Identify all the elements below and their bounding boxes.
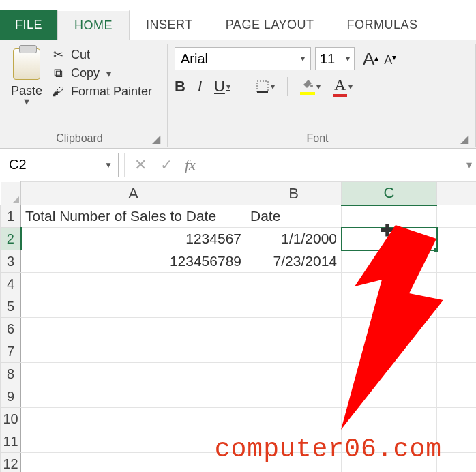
paste-button[interactable]: Paste ▾ [7, 46, 46, 105]
svg-point-2 [310, 85, 313, 87]
cell[interactable] [342, 340, 437, 363]
tab-formulas[interactable]: FORMULAS [331, 10, 434, 40]
cell[interactable] [21, 363, 246, 385]
font-group-label: Font ◢ [175, 130, 468, 145]
italic-button[interactable]: I [198, 78, 202, 95]
cell[interactable] [437, 340, 477, 363]
row-header-10[interactable]: 10 [1, 408, 21, 430]
cell[interactable] [437, 363, 477, 385]
chevron-down-icon: ▾ [346, 54, 350, 63]
cell-a1[interactable]: Total Number of Sales to Date [21, 205, 246, 228]
cell[interactable] [246, 408, 342, 430]
clipboard-dialog-launcher-icon[interactable]: ◢ [152, 132, 160, 145]
cell[interactable] [342, 385, 437, 408]
cancel-formula-button[interactable]: ✕ [128, 156, 153, 174]
cell[interactable] [246, 385, 342, 408]
increase-font-button[interactable]: A▴ [363, 48, 378, 70]
enter-formula-button[interactable]: ✓ [153, 156, 179, 174]
row-header-12[interactable]: 12 [1, 453, 21, 473]
select-all-button[interactable] [1, 182, 21, 205]
row-header-4[interactable]: 4 [1, 273, 21, 295]
cell-c2[interactable] [342, 228, 437, 250]
cell[interactable] [342, 408, 437, 430]
cell[interactable] [342, 295, 437, 318]
cell[interactable] [21, 453, 246, 473]
cell[interactable] [21, 385, 246, 408]
column-header-b[interactable]: B [246, 182, 342, 205]
cell-b3[interactable]: 7/23/2014 [246, 250, 342, 273]
copy-button[interactable]: ⧉ Copy ▾ [50, 66, 152, 80]
cell[interactable] [246, 295, 342, 318]
font-name-combo[interactable]: Arial ▾ [175, 47, 311, 70]
row-header-11[interactable]: 11 [1, 430, 21, 453]
cell-c1[interactable] [342, 205, 437, 228]
bold-button[interactable]: B [175, 78, 185, 95]
cell[interactable] [342, 318, 437, 340]
ribbon: Paste ▾ ✂ Cut ⧉ Copy ▾ 🖌 Format Painter [0, 40, 476, 149]
cell[interactable] [342, 363, 437, 385]
chevron-down-icon: ▾ [271, 82, 275, 91]
cell[interactable] [342, 273, 437, 295]
format-painter-button[interactable]: 🖌 Format Painter [50, 85, 152, 99]
cell[interactable] [246, 340, 342, 363]
cell[interactable] [21, 295, 246, 318]
cell[interactable] [437, 318, 477, 340]
cell[interactable] [246, 363, 342, 385]
cell-b1[interactable]: Date [246, 205, 342, 228]
row-header-9[interactable]: 9 [1, 385, 21, 408]
borders-button[interactable]: ▾ [256, 80, 275, 93]
tab-file[interactable]: FILE [0, 10, 57, 40]
cell-a3[interactable]: 123456789 [21, 250, 246, 273]
fill-color-button[interactable]: ▾ [300, 78, 321, 95]
cell[interactable] [437, 453, 477, 473]
cell[interactable] [437, 430, 477, 453]
cell[interactable] [246, 318, 342, 340]
cell[interactable] [21, 318, 246, 340]
bucket-icon [300, 78, 315, 95]
cell[interactable] [437, 228, 477, 250]
cell[interactable] [21, 273, 246, 295]
cell[interactable] [21, 430, 246, 453]
decrease-font-button[interactable]: A▾ [384, 53, 396, 68]
row-header-7[interactable]: 7 [1, 340, 21, 363]
copy-dropdown-icon[interactable]: ▾ [106, 68, 111, 79]
expand-formula-bar-icon[interactable]: ▾ [462, 158, 476, 171]
cell[interactable] [437, 385, 477, 408]
column-header-c[interactable]: C [342, 182, 437, 205]
cell[interactable] [437, 295, 477, 318]
formula-input[interactable] [201, 153, 462, 177]
row-header-1[interactable]: 1 [1, 205, 21, 228]
cell-b2[interactable]: 1/1/2000 [246, 228, 342, 250]
row-header-2[interactable]: 2 [1, 228, 21, 250]
cut-button[interactable]: ✂ Cut [50, 47, 152, 62]
cell[interactable] [437, 408, 477, 430]
cell[interactable] [437, 250, 477, 273]
name-box[interactable]: C2 ▼ [3, 153, 119, 177]
tab-home[interactable]: HOME [57, 10, 130, 40]
tab-insert[interactable]: INSERT [130, 10, 209, 40]
cell[interactable] [437, 273, 477, 295]
column-header-a[interactable]: A [21, 182, 246, 205]
watermark-text: computer06.com [215, 434, 442, 464]
cell-c3[interactable] [342, 250, 437, 273]
cell[interactable] [437, 205, 477, 228]
underline-button[interactable]: U▾ [214, 78, 230, 95]
row-header-8[interactable]: 8 [1, 363, 21, 385]
font-size-combo[interactable]: 11 ▾ [315, 47, 355, 70]
cell[interactable] [246, 273, 342, 295]
row-header-6[interactable]: 6 [1, 318, 21, 340]
row-header-5[interactable]: 5 [1, 295, 21, 318]
tab-page-layout[interactable]: PAGE LAYOUT [209, 10, 331, 40]
paste-dropdown-icon[interactable]: ▾ [24, 98, 29, 105]
font-dialog-launcher-icon[interactable]: ◢ [460, 132, 468, 145]
column-header[interactable] [437, 182, 477, 205]
worksheet-grid[interactable]: A B C 1 Total Number of Sales to Date Da… [0, 181, 476, 472]
fx-icon[interactable]: fx [179, 156, 201, 174]
cell-a2[interactable]: 1234567 [21, 228, 246, 250]
font-color-icon: A [333, 76, 347, 97]
font-color-button[interactable]: A ▾ [333, 76, 353, 97]
cell[interactable] [21, 340, 246, 363]
cell[interactable] [21, 408, 246, 430]
row-header-3[interactable]: 3 [1, 250, 21, 273]
format-painter-label: Format Painter [71, 85, 152, 99]
